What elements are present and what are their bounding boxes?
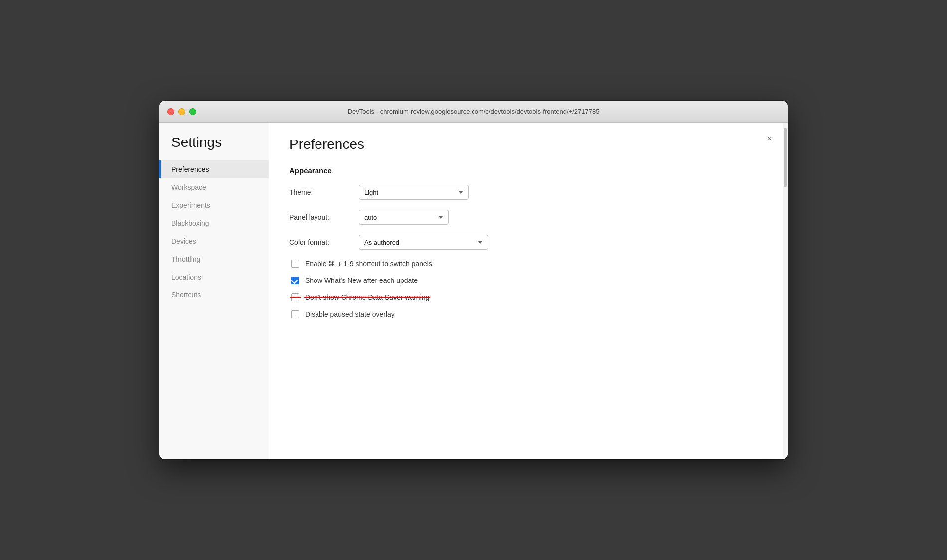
sidebar: Settings Preferences Workspace Experimen… [159,123,269,459]
close-settings-button[interactable]: × [764,133,776,144]
sidebar-item-workspace[interactable]: Workspace [159,178,269,196]
color-format-label: Color format: [289,238,359,246]
sidebar-item-shortcuts[interactable]: Shortcuts [159,286,269,304]
disable-paused-checkbox[interactable] [291,310,299,318]
show-whats-new-label: Show What's New after each update [305,277,418,284]
disable-paused-row: Disable paused state overlay [289,310,768,318]
panel-layout-row: Panel layout: auto horizontal vertical [289,210,768,225]
theme-select[interactable]: System preference Light Dark [359,185,469,200]
chrome-data-saver-row: Don't show Chrome Data Saver warning [289,293,768,301]
window-content: Settings Preferences Workspace Experimen… [159,123,788,459]
mac-window: DevTools - chromium-review.googlesource.… [159,101,788,459]
sidebar-item-throttling[interactable]: Throttling [159,250,269,268]
sidebar-item-locations[interactable]: Locations [159,268,269,286]
sidebar-item-blackboxing[interactable]: Blackboxing [159,214,269,232]
shortcut-switch-row: Enable ⌘ + 1-9 shortcut to switch panels [289,260,768,268]
minimize-window-button[interactable] [178,108,185,115]
shortcut-switch-checkbox[interactable] [291,260,299,268]
main-content: × Preferences Appearance Theme: System p… [269,123,788,459]
theme-row: Theme: System preference Light Dark [289,185,768,200]
appearance-section-title: Appearance [289,166,768,175]
sidebar-item-experiments[interactable]: Experiments [159,196,269,214]
show-whats-new-row: Show What's New after each update [289,277,768,284]
chrome-data-saver-label: Don't show Chrome Data Saver warning [305,293,429,301]
theme-label: Theme: [289,188,359,196]
scrollbar-thumb[interactable] [784,128,787,187]
color-format-select[interactable]: As authored HEX RGB HSL [359,235,488,250]
sidebar-nav: Preferences Workspace Experiments Blackb… [159,160,269,304]
maximize-window-button[interactable] [189,108,196,115]
window-title: DevTools - chromium-review.googlesource.… [348,108,600,115]
titlebar: DevTools - chromium-review.googlesource.… [159,101,788,123]
traffic-lights [167,108,196,115]
color-format-row: Color format: As authored HEX RGB HSL [289,235,768,250]
close-window-button[interactable] [167,108,174,115]
page-title: Preferences [289,137,768,152]
sidebar-item-preferences[interactable]: Preferences [159,160,269,178]
sidebar-item-devices[interactable]: Devices [159,232,269,250]
disable-paused-label: Disable paused state overlay [305,310,395,318]
shortcut-switch-label: Enable ⌘ + 1-9 shortcut to switch panels [305,260,432,268]
panel-layout-select[interactable]: auto horizontal vertical [359,210,449,225]
chrome-data-saver-checkbox[interactable] [291,293,299,301]
sidebar-title: Settings [159,135,269,160]
panel-layout-label: Panel layout: [289,213,359,221]
scrollbar-track [783,123,788,459]
show-whats-new-checkbox[interactable] [291,277,299,284]
